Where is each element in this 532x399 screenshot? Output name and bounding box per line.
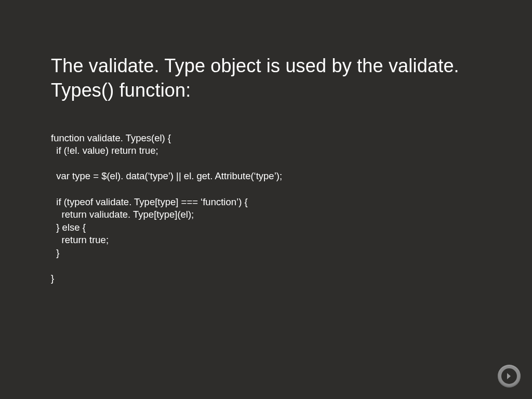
arrow-right-icon — [505, 372, 513, 380]
next-button[interactable] — [498, 365, 521, 388]
code-block: function validate. Types(el) { if (!el. … — [51, 132, 501, 285]
slide-title: The validate. Type object is used by the… — [51, 54, 501, 103]
slide-content: The validate. Type object is used by the… — [0, 0, 532, 285]
next-button-inner — [501, 368, 517, 384]
